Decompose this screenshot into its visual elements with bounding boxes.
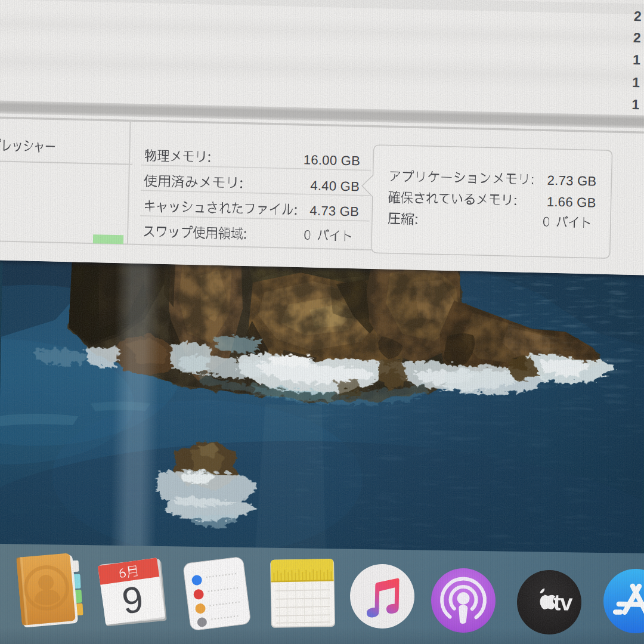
svg-text:tv: tv — [553, 590, 573, 615]
